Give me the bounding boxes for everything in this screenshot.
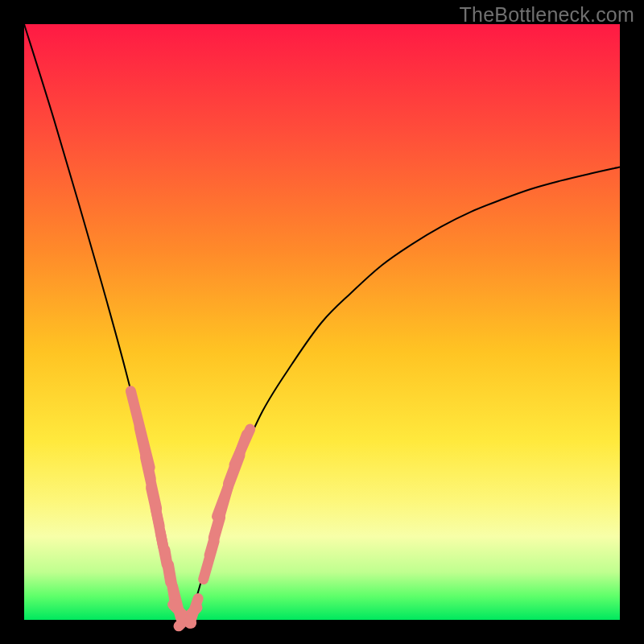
curve-marker — [234, 429, 250, 465]
watermark-text: TheBottleneck.com — [460, 3, 634, 27]
plot-svg — [24, 24, 620, 620]
bottleneck-curve — [24, 24, 620, 620]
curve-marker — [190, 598, 198, 623]
marker-layer — [130, 391, 250, 626]
plot-area — [24, 24, 620, 620]
chart-frame: TheBottleneck.com — [0, 0, 644, 644]
curve-layer — [24, 24, 620, 620]
